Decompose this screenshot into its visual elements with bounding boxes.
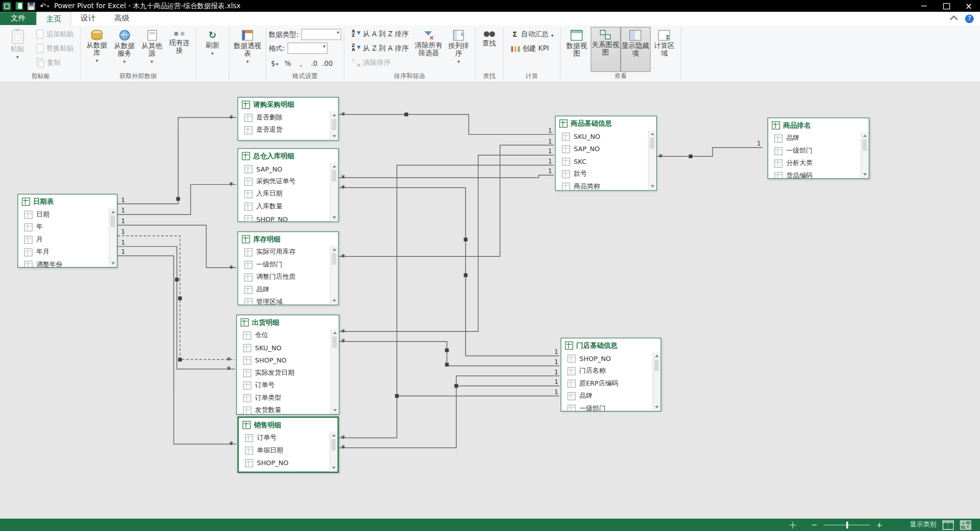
table-field[interactable]: 品牌 [768,132,861,144]
scroll-up-icon[interactable] [863,134,867,137]
fit-to-window-icon[interactable] [789,521,796,528]
scroll-up-icon[interactable] [332,248,336,251]
table-field[interactable]: 分析大类 [768,157,861,169]
table-field[interactable]: 品牌 [561,390,653,402]
collapse-ribbon-button[interactable] [950,15,958,23]
table-field[interactable]: SAP_NO [556,142,649,155]
scroll-thumb[interactable] [863,139,867,151]
maximize-button[interactable] [935,0,958,12]
help-button[interactable] [965,14,974,23]
table-field[interactable]: 调整门店性质 [238,271,331,283]
tab-home[interactable]: 主页 [36,12,71,25]
scroll-thumb[interactable] [111,216,115,227]
scroll-down-icon[interactable] [333,409,337,412]
table-field[interactable]: 单据日期 [239,444,330,456]
diagram-table-shipment-detail[interactable]: 出货明细仓位SKU_NOSHOP_NO实际发货日期订单号订单类型发货数量 [236,315,339,415]
diagram-table-warehouse-inbound-detail[interactable]: 总仓入库明细SAP_NO采购凭证单号入库日期入库数量SHOP_NO [237,148,338,222]
relationship-line[interactable] [657,148,763,156]
data-view-button[interactable]: 数据视图 [563,27,591,72]
thousands-separator-button[interactable]: , [295,57,307,69]
relationship-line[interactable] [339,175,554,178]
table-field[interactable]: 款号 [556,167,649,180]
table-field[interactable]: SHOP_NO [561,352,653,365]
table-field[interactable]: 门店名称 [561,365,653,377]
scroll-down-icon[interactable] [111,262,115,264]
table-scrollbar[interactable] [330,111,338,140]
close-button[interactable]: × [958,0,980,12]
table-header[interactable]: 日期表 [18,195,117,208]
show-category-button[interactable]: 显示类别 [910,520,936,529]
scroll-up-icon[interactable] [655,355,658,357]
relationship-line[interactable] [117,117,236,204]
table-scrollbar[interactable] [109,208,117,267]
table-scrollbar[interactable] [652,352,660,411]
relationship-line[interactable] [339,114,554,134]
table-header[interactable]: 门店基础信息 [561,339,661,352]
relationship-line[interactable] [339,165,554,438]
paste-button[interactable]: 粘贴 [4,27,31,72]
table-header[interactable]: 销售明细 [239,418,337,431]
table-field[interactable]: SHOP_NO [237,354,331,366]
table-field[interactable]: 入库日期 [238,187,331,200]
table-field[interactable]: 品牌 [238,283,331,296]
diagram-table-purchase-request-detail[interactable]: 请购采购明细是否删除是否退货 [237,97,338,141]
diagram-table-date-table[interactable]: 日期表日期年月年月调整年份 [17,194,117,268]
from-data-service-button[interactable]: 从数据服务 [111,27,138,72]
diagram-table-product-ranking[interactable]: 商品排名品牌一级部门分析大类货品编码 [768,117,870,179]
table-field[interactable]: SKC [556,155,649,167]
scroll-thumb[interactable] [332,119,336,130]
zoom-slider-thumb[interactable] [846,522,848,528]
table-field[interactable]: 商品简称 [556,180,649,190]
diagram-table-product-base-info[interactable]: 商品基础信息SKU_NOSAP_NOSKC款号商品简称 [555,116,657,191]
undo-button[interactable] [40,2,46,10]
scroll-up-icon[interactable] [332,434,335,437]
scroll-thumb[interactable] [654,359,659,371]
table-field[interactable]: 实际可用库存 [238,246,331,258]
relationship-line[interactable] [339,155,554,331]
sort-az-button[interactable]: 从 A 到 Z 排序 [348,27,412,41]
percent-format-button[interactable]: % [282,57,293,69]
copy-button[interactable]: 复制 [33,56,78,69]
table-header[interactable]: 出货明细 [237,315,339,329]
table-field[interactable]: 原ERP店编码 [561,377,653,390]
table-field[interactable]: 订单号 [237,379,331,391]
scroll-thumb[interactable] [650,137,654,149]
scroll-thumb[interactable] [332,253,336,264]
append-paste-button[interactable]: 追加粘贴 [33,27,78,41]
scroll-up-icon[interactable] [111,211,115,213]
from-database-button[interactable]: 从数据库 [83,27,111,72]
scroll-thumb[interactable] [331,439,336,450]
tab-advanced[interactable]: 高级 [105,12,139,25]
table-field[interactable]: 订单类型 [237,392,331,404]
table-field[interactable]: 年 [18,221,110,233]
table-scrollbar[interactable] [331,329,339,414]
create-kpi-button[interactable]: 创建 KPI [507,41,557,55]
table-field[interactable]: 一级部门 [768,144,861,157]
existing-connections-button[interactable]: 现有连接 [165,27,193,72]
scroll-down-icon[interactable] [332,135,336,138]
table-field[interactable]: 日期 [18,208,110,221]
zoom-out-button[interactable]: − [811,521,817,528]
table-header[interactable]: 库存明细 [238,232,338,246]
relationship-line[interactable] [339,342,559,366]
autosum-button[interactable]: 自动汇总 [507,27,557,41]
sort-za-button[interactable]: 从 Z 到 A 排序 [348,41,412,55]
scroll-down-icon[interactable] [332,467,335,469]
show-hidden-button[interactable]: 显示隐藏项 [621,27,651,72]
table-field[interactable]: 实际发货日期 [237,367,331,379]
scroll-up-icon[interactable] [332,114,336,116]
table-field[interactable]: SKU_NO [556,130,649,142]
table-field[interactable]: SAP_NO [238,162,331,175]
scroll-down-icon[interactable] [655,406,658,408]
from-other-sources-button[interactable]: 从其他源 [138,27,166,72]
minimize-button[interactable] [913,0,935,12]
table-field[interactable]: 仓位 [237,329,331,341]
scroll-up-icon[interactable] [332,165,336,167]
table-scrollbar[interactable] [330,246,338,304]
table-field[interactable]: 一级部门 [238,258,331,271]
table-header[interactable]: 商品排名 [768,118,869,132]
zoom-slider[interactable] [824,521,870,528]
scroll-thumb[interactable] [332,170,336,181]
replace-paste-button[interactable]: 替换粘贴 [33,41,78,55]
tab-design[interactable]: 设计 [71,12,105,25]
